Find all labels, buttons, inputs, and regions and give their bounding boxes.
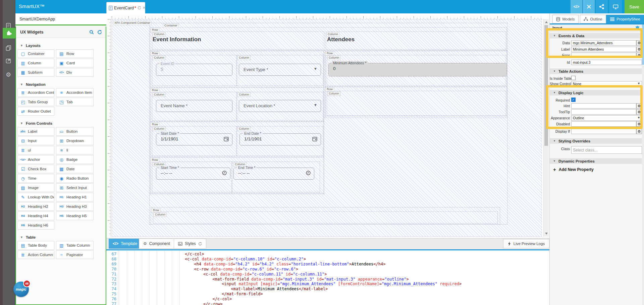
tab-template[interactable]: </> Template bbox=[109, 239, 141, 249]
appearance-select[interactable]: Outline▼ bbox=[571, 115, 642, 121]
is-inside-table-checkbox[interactable] bbox=[571, 76, 576, 80]
column-tag[interactable]: Column bbox=[327, 92, 340, 96]
column-tag[interactable]: Column bbox=[327, 56, 340, 60]
clock-icon[interactable] bbox=[306, 171, 311, 175]
widget-radio-button[interactable]: ◉Radio Button bbox=[56, 174, 94, 183]
required-checkbox[interactable]: ✓ bbox=[571, 98, 576, 102]
share-button[interactable] bbox=[596, 0, 608, 13]
widget-paginator[interactable]: ‹›Paginator bbox=[56, 250, 94, 259]
widget-heading-h4[interactable]: H4Heading H4 bbox=[17, 211, 54, 220]
disabled-input[interactable] bbox=[571, 121, 636, 127]
widgets-rail-button[interactable] bbox=[3, 28, 15, 39]
section-dynamic-properties[interactable]: ▼Dynamic Properties bbox=[550, 158, 644, 164]
scroll-down-arrow[interactable] bbox=[545, 233, 548, 235]
section-display-logic[interactable]: ▼Display Logic bbox=[550, 90, 644, 96]
widget-section-navigation[interactable]: ▼Navigation bbox=[16, 81, 106, 88]
calendar-icon[interactable] bbox=[224, 136, 229, 141]
tooltip-gear-icon[interactable]: ⚙ bbox=[636, 109, 642, 115]
expand-button[interactable] bbox=[583, 0, 595, 13]
refresh-icon[interactable] bbox=[138, 6, 141, 10]
hint-gear-icon[interactable]: ⚙ bbox=[636, 103, 642, 109]
canvas-scrollbar[interactable] bbox=[543, 19, 549, 237]
disabled-gear-icon[interactable]: ⚙ bbox=[636, 121, 642, 127]
field-min-attendees[interactable]: Minimum Attendees *0 bbox=[328, 63, 507, 76]
field-event-name[interactable]: Event Name * bbox=[156, 100, 232, 112]
preview-button[interactable] bbox=[609, 0, 622, 13]
refresh-styles-icon[interactable] bbox=[198, 242, 202, 246]
section-table-actions[interactable]: ▼Table Actions bbox=[550, 68, 644, 74]
tab-propertysheet[interactable]: PropertyShee bbox=[606, 15, 644, 23]
tooltip-input[interactable] bbox=[571, 109, 636, 115]
live-preview-logs-button[interactable]: Live Preview Logs bbox=[503, 239, 549, 248]
tab-component[interactable]: ⚙ Component bbox=[139, 239, 174, 249]
widget-subform[interactable]: ▦Subform bbox=[17, 68, 54, 77]
display-if-gear-icon[interactable]: ⚙ bbox=[636, 129, 642, 134]
class-input[interactable]: Select class... bbox=[571, 146, 642, 154]
tab-models[interactable]: Models bbox=[552, 15, 579, 23]
close-tab-icon[interactable]: ✕ bbox=[143, 6, 146, 10]
label-input[interactable]: Minimum Attendees bbox=[571, 47, 636, 52]
column-tag[interactable]: Column bbox=[237, 93, 251, 97]
section-styling-overrides[interactable]: ▼Styling Overrides bbox=[550, 138, 644, 144]
widget-router-outlet[interactable]: ⇄Router Outlet bbox=[17, 107, 54, 116]
column-tag[interactable]: Column bbox=[153, 56, 166, 60]
widget-card[interactable]: ▣Card bbox=[56, 59, 94, 67]
field-event-location[interactable]: Event Location *▼ bbox=[239, 100, 321, 112]
widget-heading-h1[interactable]: H1Heading H1 bbox=[56, 193, 94, 201]
settings-rail-button[interactable]: ⚙ bbox=[5, 71, 12, 78]
show-control-select[interactable]: None▼ bbox=[571, 81, 642, 86]
heading-right[interactable]: Attendees bbox=[327, 36, 355, 43]
display-if-input[interactable] bbox=[571, 129, 636, 134]
row-tag[interactable]: Row bbox=[152, 208, 160, 212]
label-gear-icon[interactable]: ⚙ bbox=[636, 47, 642, 52]
widget-ul[interactable]: ≣ul bbox=[17, 146, 54, 155]
widget-div[interactable]: </>Div bbox=[56, 68, 94, 77]
widget-section-table[interactable]: ▼Table bbox=[16, 234, 106, 241]
column-tag[interactable]: Column bbox=[237, 56, 251, 60]
container-tag[interactable]: Container bbox=[163, 23, 179, 28]
widget-table-body[interactable]: ▤Table Body bbox=[17, 241, 54, 250]
field-event-type[interactable]: Event Type *▼ bbox=[239, 64, 321, 76]
document-tab-eventcard[interactable]: EventCard * ✕ bbox=[106, 2, 145, 13]
widget-check-box[interactable]: ☑Check Box bbox=[17, 165, 54, 173]
refresh-widgets-icon[interactable] bbox=[96, 30, 104, 35]
data-gear-icon[interactable]: ⚙ bbox=[636, 40, 642, 46]
widget-accordion-conta-[interactable]: ≣Accordion Conta... bbox=[17, 88, 54, 97]
error-input[interactable] bbox=[571, 53, 636, 58]
app-name-header[interactable]: SmartUXDemoApp bbox=[15, 13, 106, 25]
widget-heading-h2[interactable]: H2Heading H2 bbox=[17, 202, 54, 211]
field-event-id[interactable]: Event ID5 bbox=[156, 64, 232, 76]
widget-dropdown[interactable]: ⊞Dropdown bbox=[56, 136, 94, 145]
scroll-up-arrow[interactable] bbox=[545, 21, 548, 23]
field-start-time[interactable]: Start Time *--:-- -- bbox=[156, 168, 230, 180]
heading-left[interactable]: Event Information bbox=[153, 36, 201, 43]
field-end-date[interactable]: End Date *1/1/1901 bbox=[239, 133, 321, 145]
field-start-date[interactable]: Start Date *1/1/1901 bbox=[156, 133, 232, 145]
widget-accordion-item[interactable]: ≡Accordion Item bbox=[56, 88, 94, 97]
calendar-icon[interactable] bbox=[312, 136, 317, 141]
search-icon[interactable] bbox=[88, 30, 96, 35]
section-events-data[interactable]: ▼Events & Data bbox=[550, 33, 644, 39]
tab-styles[interactable]: Styles bbox=[174, 239, 206, 249]
widget-column[interactable]: ▥Column bbox=[17, 59, 54, 67]
hint-input[interactable] bbox=[571, 103, 636, 109]
row-tag[interactable]: Row bbox=[151, 88, 159, 93]
clock-icon[interactable] bbox=[222, 171, 227, 175]
widget-button[interactable]: ▭Button bbox=[56, 127, 94, 136]
row-tag[interactable]: Row bbox=[325, 87, 334, 92]
widget-image[interactable]: ▨Image bbox=[17, 183, 54, 192]
tab-outline[interactable]: Outline bbox=[580, 15, 606, 23]
widget-container[interactable]: ▢Container bbox=[17, 49, 54, 58]
widget-section-layouts[interactable]: ▼Layouts bbox=[16, 42, 106, 49]
add-new-property-button[interactable]: +Add New Property bbox=[553, 167, 594, 172]
column-tag[interactable]: Column bbox=[154, 212, 167, 217]
widget-badge[interactable]: ◎Badge bbox=[56, 155, 94, 164]
id-input[interactable]: mat-input.3 bbox=[571, 60, 642, 65]
export-rail-button[interactable] bbox=[5, 57, 12, 64]
copy-pages-rail-button[interactable] bbox=[5, 44, 12, 52]
widget-tabs-group[interactable]: ◰Tabs Group bbox=[17, 98, 54, 106]
row-tag[interactable]: Row bbox=[151, 28, 159, 32]
row-tag[interactable]: Row bbox=[151, 51, 159, 56]
widget-heading-h6[interactable]: H6Heading H6 bbox=[17, 221, 54, 230]
widget-heading-h3[interactable]: H3Heading H3 bbox=[56, 202, 94, 211]
